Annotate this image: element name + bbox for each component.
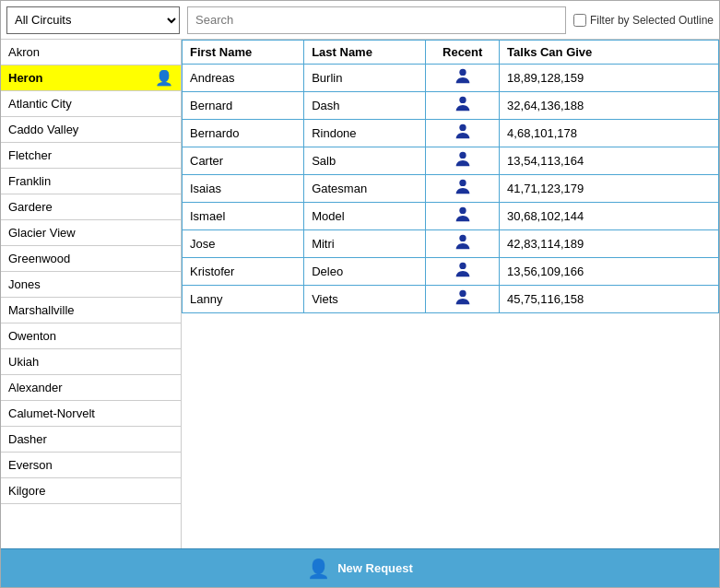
cell-firstname: Bernardo [183, 120, 304, 147]
person-icon [452, 122, 474, 144]
svg-point-5 [459, 207, 466, 214]
filter-checkbox[interactable] [573, 14, 586, 27]
sidebar-item-heron[interactable]: Heron👤 [1, 65, 181, 91]
cell-talks: 41,71,123,179 [500, 175, 719, 203]
cell-recent [426, 286, 500, 313]
sidebar-item-label: Franklin [8, 174, 51, 188]
sidebar-item-gardere[interactable]: Gardere [1, 194, 181, 220]
cell-firstname: Kristofer [183, 258, 304, 286]
table-row[interactable]: CarterSalb 13,54,113,164 [183, 147, 719, 175]
new-request-button[interactable]: 👤 New Request [307, 558, 413, 580]
sidebar-item-label: Greenwood [8, 252, 70, 265]
cell-lastname: Rindone [304, 120, 426, 147]
new-request-label: New Request [337, 561, 413, 575]
search-input[interactable] [187, 6, 566, 34]
new-request-icon: 👤 [307, 558, 330, 580]
sidebar-item-label: Kilgore [8, 484, 45, 498]
person-icon [452, 205, 474, 227]
sidebar-item-everson[interactable]: Everson [1, 453, 181, 478]
table-row[interactable]: BernardDash 32,64,136,188 [183, 92, 719, 120]
cell-firstname: Lanny [183, 286, 304, 313]
sidebar-item-greenwood[interactable]: Greenwood [1, 246, 181, 272]
sidebar-item-glacier-view[interactable]: Glacier View [1, 220, 181, 246]
cell-recent [426, 65, 500, 92]
sidebar-item-kilgore[interactable]: Kilgore [1, 478, 181, 504]
svg-point-8 [459, 290, 466, 297]
top-bar: All Circuits Circuit 1 Circuit 2 Filter … [1, 1, 719, 40]
svg-point-3 [459, 152, 466, 159]
cell-recent [426, 147, 500, 175]
sidebar-item-marshallville[interactable]: Marshallville [1, 298, 181, 323]
sidebar-item-label: Alexander [8, 381, 63, 394]
cell-lastname: Mitri [304, 230, 426, 258]
filter-container: Filter by Selected Outline [573, 14, 714, 27]
table-container: First Name Last Name Recent Talks Can Gi… [182, 40, 719, 548]
svg-point-6 [459, 235, 466, 241]
cell-lastname: Model [304, 203, 426, 230]
cell-recent [426, 258, 500, 286]
sidebar-item-label: Atlantic City [8, 97, 72, 111]
sidebar-item-label: Gardere [8, 200, 53, 214]
cell-recent [426, 203, 500, 230]
app-container: All Circuits Circuit 1 Circuit 2 Filter … [0, 0, 720, 588]
table-row[interactable]: IsmaelModel 30,68,102,144 [183, 203, 719, 230]
table-row[interactable]: JoseMitri 42,83,114,189 [183, 230, 719, 258]
filter-label: Filter by Selected Outline [590, 14, 714, 27]
sidebar-item-caddo-valley[interactable]: Caddo Valley [1, 117, 181, 143]
cell-firstname: Carter [183, 147, 304, 175]
cell-lastname: Dash [304, 92, 426, 120]
sidebar-item-alexander[interactable]: Alexander [1, 375, 181, 401]
sidebar-item-fletcher[interactable]: Fletcher [1, 143, 181, 169]
table-row[interactable]: LannyViets 45,75,116,158 [183, 286, 719, 313]
cell-lastname: Salb [304, 147, 426, 175]
person-icon [452, 232, 474, 254]
cell-lastname: Deleo [304, 258, 426, 286]
col-header-talks: Talks Can Give [500, 41, 719, 65]
cell-talks: 4,68,101,178 [500, 120, 719, 147]
main-content: AkronHeron👤Atlantic CityCaddo ValleyFlet… [1, 40, 719, 548]
col-header-recent: Recent [426, 41, 500, 65]
table-row[interactable]: AndreasBurlin 18,89,128,159 [183, 65, 719, 92]
table-row[interactable]: KristoferDeleo 13,56,109,166 [183, 258, 719, 286]
person-icon [452, 66, 474, 88]
cell-lastname: Gatesman [304, 175, 426, 203]
sidebar-item-label: Everson [8, 458, 53, 472]
cell-lastname: Viets [304, 286, 426, 313]
svg-point-0 [459, 69, 466, 76]
person-icon [452, 177, 474, 199]
table-row[interactable]: IsaiasGatesman 41,71,123,179 [183, 175, 719, 203]
sidebar-item-calumet-norvelt[interactable]: Calumet-Norvelt [1, 401, 181, 427]
sidebar-item-atlantic-city[interactable]: Atlantic City [1, 91, 181, 117]
sidebar-item-akron[interactable]: Akron [1, 40, 181, 65]
sidebar-item-label: Owenton [8, 329, 56, 343]
person-icon [452, 149, 474, 171]
cell-talks: 42,83,114,189 [500, 230, 719, 258]
sidebar-item-franklin[interactable]: Franklin [1, 169, 181, 194]
cell-firstname: Ismael [183, 203, 304, 230]
sidebar-item-owenton[interactable]: Owenton [1, 323, 181, 349]
cell-firstname: Isaias [183, 175, 304, 203]
sidebar-item-label: Akron [8, 45, 40, 59]
table-row[interactable]: BernardoRindone 4,68,101,178 [183, 120, 719, 147]
sidebar-item-label: Fletcher [8, 148, 52, 162]
cell-talks: 18,89,128,159 [500, 65, 719, 92]
cell-talks: 45,75,116,158 [500, 286, 719, 313]
cell-recent [426, 120, 500, 147]
person-icon [452, 94, 474, 116]
cell-talks: 32,64,136,188 [500, 92, 719, 120]
speakers-table: First Name Last Name Recent Talks Can Gi… [182, 40, 719, 313]
bottom-bar[interactable]: 👤 New Request [1, 548, 719, 587]
col-header-firstname: First Name [183, 41, 304, 65]
cell-recent [426, 92, 500, 120]
cell-firstname: Andreas [183, 65, 304, 92]
sidebar-item-label: Ukiah [8, 355, 39, 369]
sidebar-item-label: Calumet-Norvelt [8, 406, 95, 420]
sidebar-item-ukiah[interactable]: Ukiah [1, 349, 181, 375]
sidebar-item-jones[interactable]: Jones [1, 272, 181, 298]
svg-point-4 [459, 180, 466, 186]
sidebar-item-dasher[interactable]: Dasher [1, 427, 181, 453]
sidebar-item-label: Caddo Valley [8, 123, 78, 136]
svg-point-1 [459, 97, 466, 103]
circuit-select[interactable]: All Circuits Circuit 1 Circuit 2 [6, 6, 180, 34]
cell-talks: 13,56,109,166 [500, 258, 719, 286]
